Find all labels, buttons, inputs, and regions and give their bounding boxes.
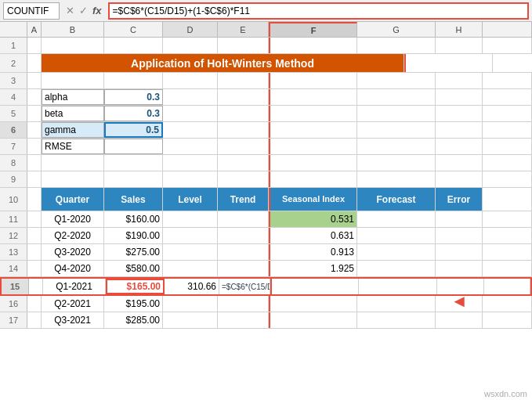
cell-level-11[interactable] <box>163 211 218 227</box>
cell-seasonal-15[interactable] <box>270 279 359 294</box>
cell-h3[interactable] <box>436 73 483 88</box>
cell-a2[interactable] <box>27 54 42 72</box>
cell-b8[interactable] <box>42 155 104 171</box>
cell-seasonal-13[interactable]: 0.913 <box>269 244 357 260</box>
cell-a9[interactable] <box>27 171 42 187</box>
cell-quarter-17[interactable]: Q3-2021 <box>42 312 104 328</box>
cancel-icon[interactable]: ✕ <box>66 5 74 16</box>
cell-f5[interactable] <box>269 106 357 121</box>
cell-a17[interactable] <box>27 312 42 328</box>
col-header-b[interactable]: B <box>42 22 104 37</box>
cell-c5[interactable]: 0.3 <box>104 106 163 121</box>
cell-b9[interactable] <box>42 171 104 187</box>
cell-f3[interactable] <box>269 73 357 88</box>
cell-d9[interactable] <box>163 171 218 187</box>
formula-input[interactable] <box>108 2 529 20</box>
cell-e9[interactable] <box>218 171 269 187</box>
cell-a16[interactable] <box>27 296 42 312</box>
cell-c6[interactable]: 0.5 <box>104 122 163 138</box>
cell-c4[interactable]: 0.3 <box>104 89 163 105</box>
cell-e5[interactable] <box>218 106 269 121</box>
cell-e4[interactable] <box>218 89 269 105</box>
cell-b5[interactable]: beta <box>42 106 104 121</box>
cell-d5[interactable] <box>163 106 218 121</box>
cell-f7[interactable] <box>269 139 357 154</box>
cell-level-17[interactable] <box>163 312 218 328</box>
cell-g6[interactable] <box>357 122 436 138</box>
cell-quarter-14[interactable]: Q4-2020 <box>42 261 104 276</box>
col-header-d[interactable]: D <box>163 22 218 37</box>
cell-e3[interactable] <box>218 73 269 88</box>
cell-sales-12[interactable]: $190.00 <box>104 228 163 243</box>
cell-a1[interactable] <box>27 38 42 53</box>
cell-d1[interactable] <box>163 38 218 53</box>
cell-h4[interactable] <box>436 89 483 105</box>
cell-trend-14[interactable] <box>218 261 269 276</box>
col-header-c[interactable]: C <box>104 22 163 37</box>
cell-seasonal-14[interactable]: 1.925 <box>269 261 357 276</box>
cell-a11[interactable] <box>27 211 42 227</box>
cell-forecast-13[interactable] <box>357 244 436 260</box>
cell-sales-15[interactable]: $165.00 <box>106 279 165 294</box>
cell-level-13[interactable] <box>163 244 218 260</box>
cell-error-17[interactable] <box>436 312 483 328</box>
cell-sales-16[interactable]: $195.00 <box>104 296 163 312</box>
cell-b1[interactable] <box>42 38 104 53</box>
cell-forecast-11[interactable] <box>357 211 436 227</box>
cell-h9[interactable] <box>436 171 483 187</box>
cell-g8[interactable] <box>357 155 436 171</box>
cell-forecast-17[interactable] <box>357 312 436 328</box>
col-header-g[interactable]: G <box>357 22 436 37</box>
cell-sales-13[interactable]: $275.00 <box>104 244 163 260</box>
cell-error-11[interactable] <box>436 211 483 227</box>
cell-forecast-12[interactable] <box>357 228 436 243</box>
cell-c8[interactable] <box>104 155 163 171</box>
cell-f6[interactable] <box>269 122 357 138</box>
cell-trend-15[interactable]: =$C$6*(C15/D15)+(1-$C$6)*F11 <box>219 279 270 294</box>
cell-h8[interactable] <box>436 155 483 171</box>
cell-a5[interactable] <box>27 106 42 121</box>
cell-trend-13[interactable] <box>218 244 269 260</box>
cell-c9[interactable] <box>104 171 163 187</box>
cell-g2[interactable] <box>493 54 532 72</box>
cell-seasonal-16[interactable] <box>269 296 357 312</box>
cell-f8[interactable] <box>269 155 357 171</box>
cell-g7[interactable] <box>357 139 436 154</box>
cell-g3[interactable] <box>357 73 436 88</box>
cell-a10[interactable] <box>27 188 42 211</box>
function-icon[interactable]: fx <box>92 5 102 16</box>
cell-forecast-15[interactable] <box>359 279 437 294</box>
cell-f4[interactable] <box>269 89 357 105</box>
cell-g5[interactable] <box>357 106 436 121</box>
cell-quarter-13[interactable]: Q3-2020 <box>42 244 104 260</box>
cell-g1[interactable] <box>357 38 436 53</box>
cell-level-16[interactable] <box>163 296 218 312</box>
cell-trend-12[interactable] <box>218 228 269 243</box>
cell-b3[interactable] <box>42 73 104 88</box>
cell-error-12[interactable] <box>436 228 483 243</box>
cell-forecast-14[interactable] <box>357 261 436 276</box>
cell-b7[interactable]: RMSE <box>42 139 104 154</box>
cell-h6[interactable] <box>436 122 483 138</box>
cell-error-14[interactable] <box>436 261 483 276</box>
cell-h7[interactable] <box>436 139 483 154</box>
cell-quarter-11[interactable]: Q1-2020 <box>42 211 104 227</box>
cell-level-12[interactable] <box>163 228 218 243</box>
cell-h5[interactable] <box>436 106 483 121</box>
cell-seasonal-11[interactable]: 0.531 <box>269 211 357 227</box>
cell-d4[interactable] <box>163 89 218 105</box>
cell-level-14[interactable] <box>163 261 218 276</box>
cell-seasonal-17[interactable] <box>269 312 357 328</box>
cell-a13[interactable] <box>27 244 42 260</box>
cell-sales-11[interactable]: $160.00 <box>104 211 163 227</box>
cell-d3[interactable] <box>163 73 218 88</box>
cell-e8[interactable] <box>218 155 269 171</box>
cell-quarter-16[interactable]: Q2-2021 <box>42 296 104 312</box>
cell-h1[interactable] <box>436 38 483 53</box>
cell-g4[interactable] <box>357 89 436 105</box>
cell-f9[interactable] <box>269 171 357 187</box>
cell-a14[interactable] <box>27 261 42 276</box>
cell-b4[interactable]: alpha <box>42 89 104 105</box>
cell-c7[interactable] <box>104 139 163 154</box>
cell-a12[interactable] <box>27 228 42 243</box>
